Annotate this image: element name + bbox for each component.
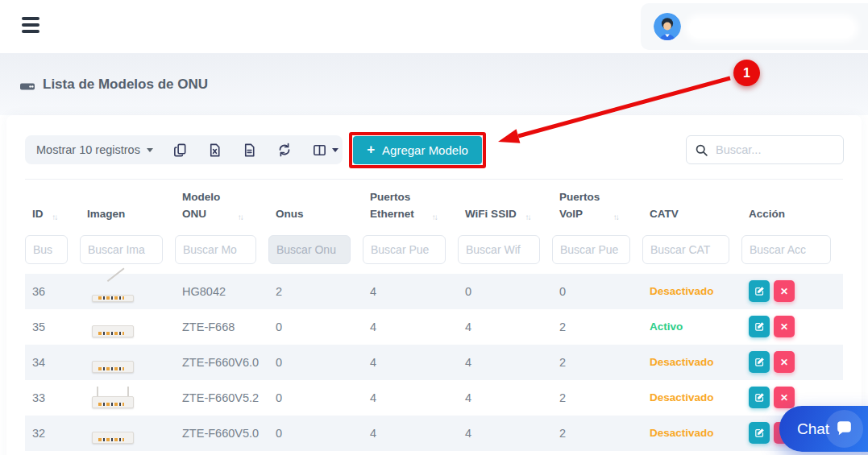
close-icon: ✕ <box>780 321 788 333</box>
cell-modelo: ZTE-F660V6.0 <box>175 345 268 380</box>
column-header-label: WiFi SSID <box>465 206 517 223</box>
cell-catv-status: Activo <box>642 309 741 345</box>
add-model-button[interactable]: + Agregar Modelo <box>353 136 482 164</box>
column-filter-input[interactable] <box>80 235 163 264</box>
table-row: 35 ZTE-F668 0 4 4 2 Activo ✕ <box>25 309 843 345</box>
column-filter-input[interactable] <box>268 235 351 264</box>
cell-wifi: 4 <box>458 309 552 345</box>
sort-arrows-icon[interactable]: ↑↓ <box>52 213 56 221</box>
top-navbar <box>0 0 868 53</box>
file-export-icon[interactable] <box>242 143 257 158</box>
column-header-catv[interactable]: CATV <box>642 180 741 234</box>
cell-voip: 0 <box>552 274 642 309</box>
table-row: 32 ZTE-F660V5.0 0 4 4 2 Desactivado ✕ <box>25 416 843 451</box>
column-filter-input[interactable] <box>741 235 831 264</box>
column-filter-input[interactable] <box>642 235 729 264</box>
column-header-imagen[interactable]: Imagen <box>80 180 175 234</box>
cell-catv-status <box>642 451 741 455</box>
column-visibility-icon[interactable] <box>312 143 338 158</box>
cell-image <box>80 345 175 380</box>
column-filter-input[interactable] <box>175 235 256 264</box>
copy-icon[interactable] <box>172 143 188 158</box>
edit-button[interactable] <box>749 422 770 444</box>
page-title: Lista de Modelos de ONU <box>19 77 208 93</box>
cell-image <box>80 380 175 416</box>
annotation-highlight-box: + Agregar Modelo <box>349 132 486 168</box>
table-filter-row <box>25 234 843 274</box>
column-header-label: CATV <box>650 206 679 223</box>
user-avatar[interactable] <box>654 13 681 40</box>
cell-actions: ✕ <box>741 309 843 345</box>
annotation-step-badge: 1 <box>733 60 760 86</box>
cell-ethernet: 4 <box>363 380 458 416</box>
column-filter-input[interactable] <box>458 235 540 264</box>
onu-models-table: ID ↑↓ Imagen Modelo ONU ↑↓ Onus Puertos … <box>25 179 843 455</box>
column-header-id[interactable]: ID ↑↓ <box>25 180 80 234</box>
delete-button[interactable]: ✕ <box>774 316 795 337</box>
cell-id: 34 <box>25 345 80 380</box>
column-header-wifi[interactable]: WiFi SSID ↑↓ <box>458 180 552 234</box>
delete-button[interactable]: ✕ <box>774 280 795 302</box>
column-header-label: Onus <box>276 206 304 223</box>
page-length-dropdown[interactable]: Mostrar 10 registros <box>36 143 153 156</box>
toolbar-button-group: Mostrar 10 registros <box>25 135 343 164</box>
cell-id: 33 <box>25 380 80 416</box>
cell-actions: ✕ <box>741 274 843 309</box>
plus-icon: + <box>367 142 375 158</box>
menu-hamburger-icon[interactable] <box>22 17 41 36</box>
delete-button[interactable]: ✕ <box>774 351 795 373</box>
column-header-label: ID <box>32 206 44 223</box>
cell-voip: 2 <box>552 416 642 451</box>
column-header-label: Imagen <box>87 206 125 223</box>
search-icon <box>695 143 708 157</box>
column-filter-input[interactable] <box>552 235 630 264</box>
cell-image <box>80 309 175 345</box>
sort-arrows-icon[interactable]: ↑↓ <box>613 213 618 221</box>
edit-button[interactable] <box>749 351 770 373</box>
cell-catv-status: Desactivado <box>642 380 741 416</box>
column-filter-input[interactable] <box>363 235 446 264</box>
cell-ethernet <box>363 451 458 455</box>
cell-ethernet: 4 <box>363 274 458 309</box>
cell-wifi <box>458 451 552 455</box>
cell-id: 36 <box>25 274 80 309</box>
delete-button[interactable]: ✕ <box>774 387 795 408</box>
sort-arrows-icon[interactable]: ↑↓ <box>238 213 243 221</box>
cell-catv-status: Desactivado <box>642 274 741 309</box>
column-header-voip[interactable]: Puertos VoIP ↑↓ <box>552 180 642 234</box>
cell-voip: 2 <box>552 309 642 345</box>
cell-ethernet: 4 <box>363 309 458 345</box>
table-row: 34 ZTE-F660V6.0 0 4 4 2 Desactivado ✕ <box>25 345 843 380</box>
close-icon: ✕ <box>780 357 788 368</box>
table-row: 36 HG8042 2 4 0 0 Desactivado ✕ <box>25 274 843 309</box>
column-header-label: Puertos VoIP <box>559 189 604 223</box>
table-row: ✕ <box>25 451 843 455</box>
cell-wifi: 4 <box>458 416 552 451</box>
excel-export-icon[interactable] <box>207 143 222 158</box>
cell-onus: 0 <box>268 416 363 451</box>
cell-modelo: ZTE-F660V5.2 <box>175 380 268 416</box>
chevron-down-icon <box>147 148 153 152</box>
cell-ethernet: 4 <box>363 345 458 380</box>
edit-button[interactable] <box>749 280 770 302</box>
column-header-onus[interactable]: Onus <box>268 180 363 234</box>
refresh-icon[interactable] <box>276 142 293 158</box>
chat-launcher-button[interactable]: Chat <box>779 406 868 452</box>
column-header-accion[interactable]: Acción <box>741 180 843 234</box>
edit-button[interactable] <box>749 316 770 337</box>
column-header-ethernet[interactable]: Puertos Ethernet ↑↓ <box>363 180 458 234</box>
column-header-modelo[interactable]: Modelo ONU ↑↓ <box>175 180 268 234</box>
edit-button[interactable] <box>749 387 770 408</box>
redacted-username <box>689 19 854 38</box>
column-filter-input[interactable] <box>25 235 68 264</box>
cell-voip <box>552 451 642 455</box>
server-icon <box>19 77 35 93</box>
cell-voip: 2 <box>552 345 642 380</box>
onu-photo-antenna <box>87 280 139 303</box>
cell-wifi: 4 <box>458 380 552 416</box>
cell-id <box>25 451 80 455</box>
search-input[interactable] <box>716 143 835 156</box>
column-header-label: Acción <box>749 206 785 223</box>
sort-arrows-icon[interactable]: ↑↓ <box>432 213 437 221</box>
sort-arrows-icon[interactable]: ↑↓ <box>525 213 530 221</box>
